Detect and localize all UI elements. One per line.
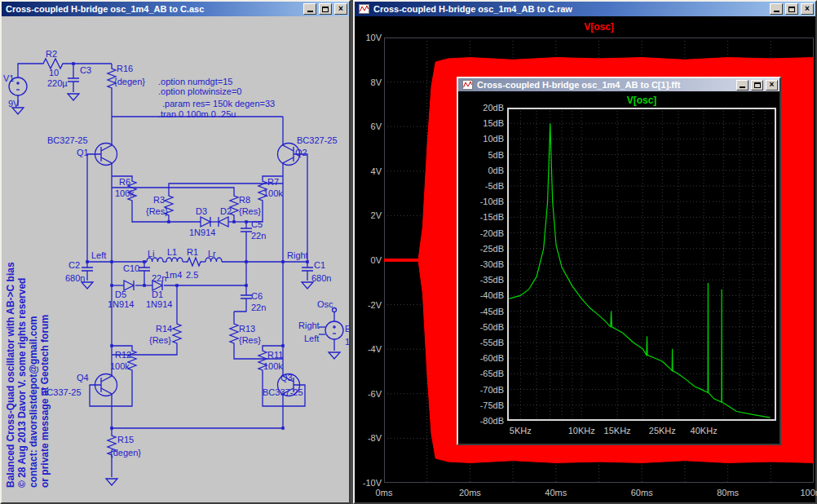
y-axis-tick-label: 5dB [461, 150, 504, 160]
y-axis-tick-label: -40dB [461, 290, 504, 300]
schematic-label: R16 [117, 64, 133, 73]
y-axis-tick-label: -70dB [461, 385, 504, 395]
schematic-label: C3 [80, 65, 91, 75]
restore-button[interactable] [785, 3, 798, 15]
schematic-label: D2 [220, 206, 232, 216]
schematic-label: R2 [46, 49, 57, 59]
close-icon: × [338, 5, 343, 13]
y-axis-tick-label: 20dB [461, 103, 504, 113]
schematic-label: R6 [119, 177, 130, 187]
x-axis-tick-label: 0ms [366, 488, 402, 497]
schematic-label: 100k [115, 188, 135, 198]
schematic-label: .option plotwinsize=0 [158, 86, 241, 96]
schematic-label: R8 [239, 195, 250, 205]
schematic-label: 9V [8, 99, 19, 108]
credit-line: contact: davorslistdepot@gmail.com [28, 262, 39, 488]
waveform-window[interactable]: Cross-coupled H-bridge osc_1m4_AB to C.r… [353, 0, 817, 504]
waveform-icon [359, 4, 369, 14]
schematic-label: .option numdgt=15 [158, 77, 232, 86]
y-axis-tick-label: -8V [356, 433, 382, 443]
y-axis-tick-label: 15dB [461, 118, 504, 128]
schematic-label: Left [91, 250, 106, 260]
x-axis-tick-label: 40ms [538, 488, 574, 497]
minimize-button[interactable] [736, 80, 749, 91]
minimize-button[interactable] [303, 3, 316, 15]
y-axis-tick-label: 4V [356, 166, 382, 176]
y-axis-tick-label: -45dB [461, 307, 504, 316]
schematic-label: 1m4 [165, 270, 182, 280]
restore-icon [788, 7, 795, 12]
schematic-label: 100k [263, 361, 283, 371]
schematic-label: Left [304, 334, 319, 343]
schematic-label: {degen} [110, 448, 141, 458]
fft-window-title: Cross-coupled H-bridge osc_1m4_AB to C[1… [477, 80, 734, 90]
close-icon: × [805, 5, 810, 13]
schematic-label: 22n [251, 303, 266, 312]
schematic-label: Osc [317, 299, 333, 309]
x-axis-tick-label: 25KHz [644, 426, 680, 435]
schematic-label: V1 [3, 73, 14, 83]
y-axis-tick-label: -30dB [461, 259, 504, 269]
waveform-window-title: Cross-coupled H-bridge osc_1m4_AB to C.r… [373, 4, 767, 14]
restore-icon [322, 7, 329, 12]
trace-label[interactable]: V[osc] [384, 21, 814, 33]
schematic-label: R3 [153, 195, 165, 205]
y-axis-tick-label: -60dB [461, 353, 504, 363]
schematic-label: Q3 [280, 373, 293, 382]
schematic-label: 22n [152, 273, 166, 283]
y-axis-tick-label: 6V [356, 122, 382, 131]
schematic-label: 680n [311, 273, 331, 283]
restore-button[interactable] [319, 3, 332, 15]
schematic-label: BC327-25 [47, 135, 88, 145]
schematic-label: {Res} [239, 335, 261, 345]
y-axis-tick-label: -65dB [461, 369, 504, 378]
schematic-label: {Res} [149, 335, 171, 345]
y-axis-tick-label: -5dB [461, 181, 504, 191]
schematic-label: R7 [267, 177, 279, 187]
close-button[interactable]: × [334, 3, 347, 15]
schematic-label: 10 [49, 68, 59, 77]
restore-button[interactable] [751, 80, 763, 91]
schematic-window-titlebar[interactable]: Cross-coupled H-bridge osc_1m4_AB to C.a… [2, 2, 349, 16]
x-axis-tick-label: 100ms [796, 488, 817, 497]
y-axis-tick-label: 0dB [461, 166, 504, 175]
schematic-label: Right [298, 321, 320, 330]
minimize-button[interactable] [770, 3, 783, 15]
trace-label[interactable]: V[osc] [507, 95, 776, 106]
restore-icon [754, 82, 761, 88]
y-axis-tick-label: -75dB [461, 400, 504, 410]
schematic-label: R15 [117, 435, 134, 444]
schematic-window[interactable]: Cross-coupled H-bridge osc_1m4_AB to C.a… [0, 0, 351, 504]
y-axis-tick-label: -35dB [461, 275, 504, 285]
x-axis-tick-label: 5KHz [502, 426, 538, 435]
fft-window-titlebar[interactable]: Cross-coupled H-bridge osc_1m4_AB to C[1… [458, 78, 779, 91]
schematic-label: 100k [110, 361, 130, 371]
schematic-label: C10 [123, 263, 139, 273]
schematic-label: 1 [345, 337, 349, 347]
y-axis-tick-label: -20dB [461, 228, 504, 238]
x-axis-tick-label: 15KHz [599, 426, 635, 435]
schematic-label: D5 [115, 290, 126, 299]
schematic-canvas[interactable]: V19VR210C3220µR16{degen}.option numdgt=1… [2, 16, 349, 502]
schematic-label: Q4 [77, 373, 89, 382]
credit-line: Balanced Cross-Quad oscillator with AB->… [5, 262, 16, 488]
schematic-label: D1 [152, 290, 163, 299]
close-button[interactable]: × [766, 80, 778, 91]
schematic-credit-text: Balanced Cross-Quad oscillator with AB->… [5, 262, 51, 488]
y-axis-tick-label: -10V [356, 478, 382, 488]
fft-plot[interactable] [507, 108, 776, 421]
y-axis-tick-label: 0V [356, 255, 382, 265]
schematic-label: Q2 [295, 148, 307, 157]
y-axis-tick-label: 2V [356, 210, 382, 220]
schematic-label: C2 [68, 260, 80, 270]
schematic-label: C5 [251, 219, 263, 229]
schematic-label: 1N914 [146, 299, 172, 309]
y-axis-tick-label: -6V [356, 389, 382, 399]
schematic-label: Q1 [77, 148, 89, 157]
x-axis-tick-label: 10KHz [563, 426, 599, 435]
waveform-window-titlebar[interactable]: Cross-coupled H-bridge osc_1m4_AB to C.r… [355, 2, 815, 16]
y-axis-tick-label: -2V [356, 300, 382, 310]
close-button[interactable]: × [801, 3, 814, 15]
schematic-window-title: Cross-coupled H-bridge osc_1m4_AB to C.a… [6, 4, 301, 14]
fft-window[interactable]: Cross-coupled H-bridge osc_1m4_AB to C[1… [457, 77, 781, 445]
